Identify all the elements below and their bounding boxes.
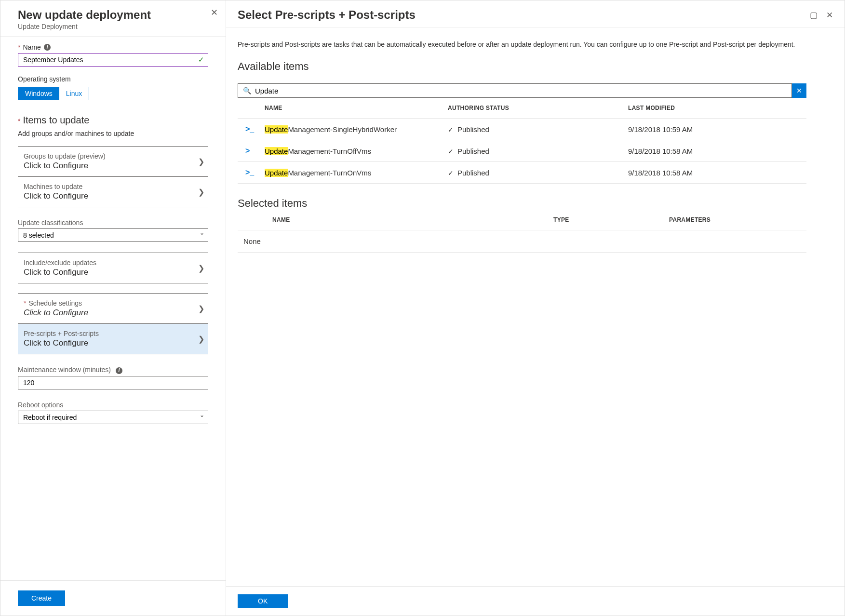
none-row: None <box>238 230 806 253</box>
runbook-name: UpdateManagement-TurnOnVms <box>265 169 448 177</box>
maintenance-input[interactable] <box>18 376 208 389</box>
scripts-label: Pre-scripts + Post-scripts <box>24 330 99 337</box>
info-icon[interactable]: i <box>116 367 122 374</box>
include-exclude-row[interactable]: Include/exclude updates Click to Configu… <box>18 253 208 283</box>
page-subtitle: Update Deployment <box>18 23 214 30</box>
groups-to-update-row[interactable]: Groups to update (preview) Click to Conf… <box>18 147 208 177</box>
checkmark-icon: ✓ <box>448 169 454 177</box>
runbook-status: ✓Published <box>448 169 628 177</box>
schedule-label: *Schedule settings <box>24 299 88 307</box>
items-subtext: Add groups and/or machines to update <box>18 130 208 137</box>
powershell-icon: >_ <box>245 168 254 176</box>
right-header: Select Pre-scripts + Post-scripts ▢ ✕ <box>226 0 845 28</box>
runbook-name: UpdateManagement-SingleHybridWorker <box>265 125 448 134</box>
sel-col-type: TYPE <box>553 216 669 223</box>
runbook-modified: 9/18/2018 10:58 AM <box>628 147 806 155</box>
page-title: New update deployment <box>18 8 214 22</box>
sel-col-param: PARAMETERS <box>669 216 806 223</box>
name-input[interactable] <box>18 53 208 67</box>
runbook-row[interactable]: >_UpdateManagement-TurnOffVms✓Published9… <box>238 140 806 162</box>
os-windows-button[interactable]: Windows <box>18 87 59 100</box>
checkmark-icon: ✓ <box>198 55 204 64</box>
items-heading: *Items to update <box>18 115 208 126</box>
search-box[interactable]: 🔍 <box>238 83 792 98</box>
right-body: Pre-scripts and Post-scripts are tasks t… <box>226 28 845 586</box>
description-text: Pre-scripts and Post-scripts are tasks t… <box>238 40 806 50</box>
right-title: Select Pre-scripts + Post-scripts <box>238 8 416 22</box>
info-icon[interactable]: i <box>44 44 51 51</box>
clear-search-button[interactable]: ✕ <box>792 83 806 98</box>
schedule-settings-row[interactable]: *Schedule settings Click to Configure ❯ <box>18 293 208 324</box>
checkmark-icon: ✓ <box>448 147 454 155</box>
os-label: Operating system <box>18 75 208 83</box>
close-icon[interactable]: ✕ <box>826 10 833 20</box>
chevron-right-icon: ❯ <box>198 187 204 197</box>
maximize-icon[interactable]: ▢ <box>810 10 818 20</box>
name-label: * Name i <box>18 43 208 51</box>
search-icon: 🔍 <box>243 87 251 94</box>
runbook-modified: 9/18/2018 10:58 AM <box>628 169 806 177</box>
left-footer: Create <box>0 580 226 616</box>
runbook-status: ✓Published <box>448 125 628 134</box>
checkmark-icon: ✓ <box>448 126 454 134</box>
available-table-header: NAME AUTHORING STATUS LAST MODIFIED <box>238 98 806 119</box>
groups-label: Groups to update (preview) <box>24 152 106 160</box>
available-items-title: Available items <box>238 60 833 73</box>
required-star: * <box>18 43 20 51</box>
deployment-form-pane: New update deployment Update Deployment … <box>0 0 226 616</box>
machines-label: Machines to update <box>24 183 88 190</box>
sel-col-name: NAME <box>238 216 553 223</box>
runbook-row[interactable]: >_UpdateManagement-SingleHybridWorker✓Pu… <box>238 119 806 140</box>
scripts-selection-pane: Select Pre-scripts + Post-scripts ▢ ✕ Pr… <box>226 0 845 616</box>
runbook-name: UpdateManagement-TurnOffVms <box>265 147 448 155</box>
close-icon[interactable]: ✕ <box>211 7 218 18</box>
runbook-row[interactable]: >_UpdateManagement-TurnOnVms✓Published9/… <box>238 162 806 184</box>
left-header: New update deployment Update Deployment … <box>0 0 226 37</box>
search-input[interactable] <box>255 87 787 95</box>
os-linux-button[interactable]: Linux <box>59 87 89 100</box>
classifications-select[interactable] <box>18 228 208 242</box>
chevron-right-icon: ❯ <box>198 264 204 273</box>
create-button[interactable]: Create <box>18 590 65 606</box>
classifications-label: Update classifications <box>18 219 208 227</box>
col-name-header: NAME <box>265 105 448 111</box>
powershell-icon: >_ <box>245 125 254 133</box>
runbook-modified: 9/18/2018 10:59 AM <box>628 125 806 134</box>
reboot-select[interactable] <box>18 411 208 424</box>
search-row: 🔍 ✕ <box>238 83 806 98</box>
name-input-wrap: ✓ <box>18 53 208 67</box>
powershell-icon: >_ <box>245 147 254 155</box>
chevron-right-icon: ❯ <box>198 157 204 166</box>
selected-items-title: Selected items <box>238 197 833 210</box>
left-body: * Name i ✓ Operating system Windows Linu… <box>0 37 226 580</box>
runbook-status: ✓Published <box>448 147 628 155</box>
pre-post-scripts-row[interactable]: Pre-scripts + Post-scripts Click to Conf… <box>18 324 208 354</box>
required-star: * <box>18 117 20 125</box>
include-exclude-label: Include/exclude updates <box>24 259 96 267</box>
machines-to-update-row[interactable]: Machines to update Click to Configure ❯ <box>18 177 208 207</box>
chevron-down-icon: ⌄ <box>200 229 204 236</box>
ok-button[interactable]: OK <box>238 594 288 608</box>
selected-table-header: NAME TYPE PARAMETERS <box>238 210 806 230</box>
reboot-label: Reboot options <box>18 401 208 409</box>
col-auth-header: AUTHORING STATUS <box>448 105 628 111</box>
maintenance-label: Maintenance window (minutes) i <box>18 366 208 374</box>
right-footer: OK <box>226 586 845 616</box>
chevron-right-icon: ❯ <box>198 304 204 313</box>
chevron-right-icon: ❯ <box>198 335 204 344</box>
chevron-down-icon: ⌄ <box>200 412 204 418</box>
os-toggle: Windows Linux <box>18 87 89 100</box>
col-mod-header: LAST MODIFIED <box>628 105 806 111</box>
